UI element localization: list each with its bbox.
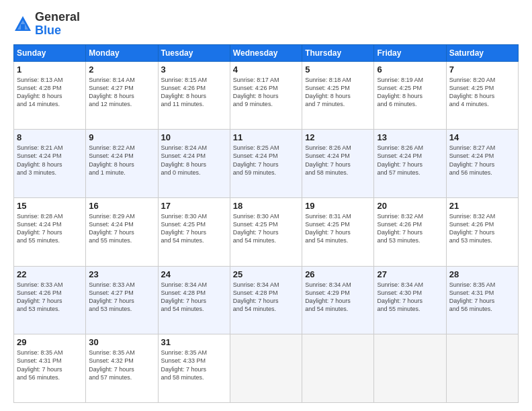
day-info: Sunrise: 8:29 AMSunset: 4:24 PMDaylight:… [89,212,154,245]
calendar-week-row: 29Sunrise: 8:35 AMSunset: 4:31 PMDayligh… [14,334,519,403]
weekday-header: Tuesday [158,44,230,61]
day-number: 2 [89,64,154,75]
day-info: Sunrise: 8:27 AMSunset: 4:24 PMDaylight:… [449,144,515,177]
calendar-cell: 17Sunrise: 8:30 AMSunset: 4:25 PMDayligh… [158,197,230,266]
day-number: 23 [89,269,154,279]
day-number: 8 [17,132,83,142]
day-number: 20 [377,201,443,211]
day-info: Sunrise: 8:25 AMSunset: 4:24 PMDaylight:… [233,144,299,177]
calendar-cell: 29Sunrise: 8:35 AMSunset: 4:31 PMDayligh… [14,334,86,403]
day-info: Sunrise: 8:34 AMSunset: 4:29 PMDaylight:… [305,281,371,314]
calendar-cell: 7Sunrise: 8:20 AMSunset: 4:25 PMDaylight… [446,61,518,130]
calendar-cell: 20Sunrise: 8:32 AMSunset: 4:26 PMDayligh… [374,197,446,266]
day-number: 29 [17,337,83,347]
page: General Blue SundayMondayTuesdayWednesda… [0,0,532,411]
weekday-header: Saturday [446,44,518,61]
day-info: Sunrise: 8:32 AMSunset: 4:26 PMDaylight:… [449,212,515,245]
calendar-cell: 23Sunrise: 8:33 AMSunset: 4:27 PMDayligh… [86,266,158,334]
day-number: 5 [305,64,371,75]
calendar-cell: 28Sunrise: 8:35 AMSunset: 4:31 PMDayligh… [446,266,518,334]
calendar-cell: 15Sunrise: 8:28 AMSunset: 4:24 PMDayligh… [14,197,86,266]
day-info: Sunrise: 8:33 AMSunset: 4:26 PMDaylight:… [17,281,83,314]
header: General Blue [13,11,519,38]
day-number: 11 [233,132,299,142]
calendar-cell: 26Sunrise: 8:34 AMSunset: 4:29 PMDayligh… [302,266,374,334]
day-info: Sunrise: 8:32 AMSunset: 4:26 PMDaylight:… [377,212,443,245]
calendar-cell: 3Sunrise: 8:15 AMSunset: 4:26 PMDaylight… [158,61,230,130]
calendar-cell [446,334,518,403]
calendar-cell: 4Sunrise: 8:17 AMSunset: 4:26 PMDaylight… [230,61,302,130]
calendar-cell: 8Sunrise: 8:21 AMSunset: 4:24 PMDaylight… [14,130,86,198]
day-number: 1 [17,64,83,75]
day-number: 13 [377,132,443,142]
day-number: 4 [233,64,299,75]
day-info: Sunrise: 8:30 AMSunset: 4:25 PMDaylight:… [233,212,299,245]
day-info: Sunrise: 8:26 AMSunset: 4:24 PMDaylight:… [305,144,371,177]
calendar-cell [374,334,446,403]
calendar-cell: 16Sunrise: 8:29 AMSunset: 4:24 PMDayligh… [86,197,158,266]
day-info: Sunrise: 8:18 AMSunset: 4:25 PMDaylight:… [305,76,371,109]
calendar-cell: 18Sunrise: 8:30 AMSunset: 4:25 PMDayligh… [230,197,302,266]
day-info: Sunrise: 8:17 AMSunset: 4:26 PMDaylight:… [233,76,299,109]
calendar-cell: 10Sunrise: 8:24 AMSunset: 4:24 PMDayligh… [158,130,230,198]
day-number: 22 [17,269,83,279]
svg-rect-2 [21,24,25,30]
day-info: Sunrise: 8:19 AMSunset: 4:25 PMDaylight:… [377,76,443,109]
day-info: Sunrise: 8:13 AMSunset: 4:28 PMDaylight:… [17,76,83,109]
day-number: 3 [161,64,227,75]
day-number: 17 [161,201,227,211]
calendar-cell: 6Sunrise: 8:19 AMSunset: 4:25 PMDaylight… [374,61,446,130]
day-number: 24 [161,269,227,279]
calendar-body: 1Sunrise: 8:13 AMSunset: 4:28 PMDaylight… [14,61,519,402]
calendar-header-row: SundayMondayTuesdayWednesdayThursdayFrid… [14,44,519,61]
day-info: Sunrise: 8:33 AMSunset: 4:27 PMDaylight:… [89,281,154,314]
calendar-cell: 13Sunrise: 8:26 AMSunset: 4:24 PMDayligh… [374,130,446,198]
day-number: 28 [449,269,515,279]
day-number: 27 [377,269,443,279]
day-number: 26 [305,269,371,279]
calendar-cell: 25Sunrise: 8:34 AMSunset: 4:28 PMDayligh… [230,266,302,334]
day-info: Sunrise: 8:34 AMSunset: 4:28 PMDaylight:… [233,281,299,314]
calendar-cell: 1Sunrise: 8:13 AMSunset: 4:28 PMDaylight… [14,61,86,130]
day-number: 16 [89,201,154,211]
calendar-week-row: 15Sunrise: 8:28 AMSunset: 4:24 PMDayligh… [14,197,519,266]
day-info: Sunrise: 8:14 AMSunset: 4:27 PMDaylight:… [89,76,154,109]
logo-text: General Blue [35,11,80,38]
calendar-cell: 21Sunrise: 8:32 AMSunset: 4:26 PMDayligh… [446,197,518,266]
day-info: Sunrise: 8:24 AMSunset: 4:24 PMDaylight:… [161,144,227,177]
calendar-cell: 24Sunrise: 8:34 AMSunset: 4:28 PMDayligh… [158,266,230,334]
calendar-cell: 30Sunrise: 8:35 AMSunset: 4:32 PMDayligh… [86,334,158,403]
weekday-header: Wednesday [230,44,302,61]
day-info: Sunrise: 8:31 AMSunset: 4:25 PMDaylight:… [305,212,371,245]
logo-icon [13,15,32,34]
day-info: Sunrise: 8:22 AMSunset: 4:24 PMDaylight:… [89,144,154,177]
day-info: Sunrise: 8:34 AMSunset: 4:28 PMDaylight:… [161,281,227,314]
weekday-header: Monday [86,44,158,61]
day-number: 7 [449,64,515,75]
day-number: 21 [449,201,515,211]
calendar-week-row: 22Sunrise: 8:33 AMSunset: 4:26 PMDayligh… [14,266,519,334]
day-number: 19 [305,201,371,211]
calendar-cell: 11Sunrise: 8:25 AMSunset: 4:24 PMDayligh… [230,130,302,198]
calendar-cell: 19Sunrise: 8:31 AMSunset: 4:25 PMDayligh… [302,197,374,266]
day-number: 15 [17,201,83,211]
calendar-cell: 31Sunrise: 8:35 AMSunset: 4:33 PMDayligh… [158,334,230,403]
logo: General Blue [13,11,80,38]
calendar-cell: 22Sunrise: 8:33 AMSunset: 4:26 PMDayligh… [14,266,86,334]
calendar-cell: 5Sunrise: 8:18 AMSunset: 4:25 PMDaylight… [302,61,374,130]
calendar-cell [302,334,374,403]
day-info: Sunrise: 8:35 AMSunset: 4:33 PMDaylight:… [161,349,227,381]
calendar-cell: 2Sunrise: 8:14 AMSunset: 4:27 PMDaylight… [86,61,158,130]
day-info: Sunrise: 8:26 AMSunset: 4:24 PMDaylight:… [377,144,443,177]
day-info: Sunrise: 8:35 AMSunset: 4:31 PMDaylight:… [17,349,83,381]
calendar-cell [230,334,302,403]
day-info: Sunrise: 8:21 AMSunset: 4:24 PMDaylight:… [17,144,83,177]
day-number: 10 [161,132,227,142]
day-info: Sunrise: 8:35 AMSunset: 4:31 PMDaylight:… [449,281,515,314]
calendar-cell: 12Sunrise: 8:26 AMSunset: 4:24 PMDayligh… [302,130,374,198]
day-number: 25 [233,269,299,279]
calendar-week-row: 8Sunrise: 8:21 AMSunset: 4:24 PMDaylight… [14,130,519,198]
day-info: Sunrise: 8:35 AMSunset: 4:32 PMDaylight:… [89,349,154,381]
day-number: 31 [161,337,227,347]
day-number: 9 [89,132,154,142]
